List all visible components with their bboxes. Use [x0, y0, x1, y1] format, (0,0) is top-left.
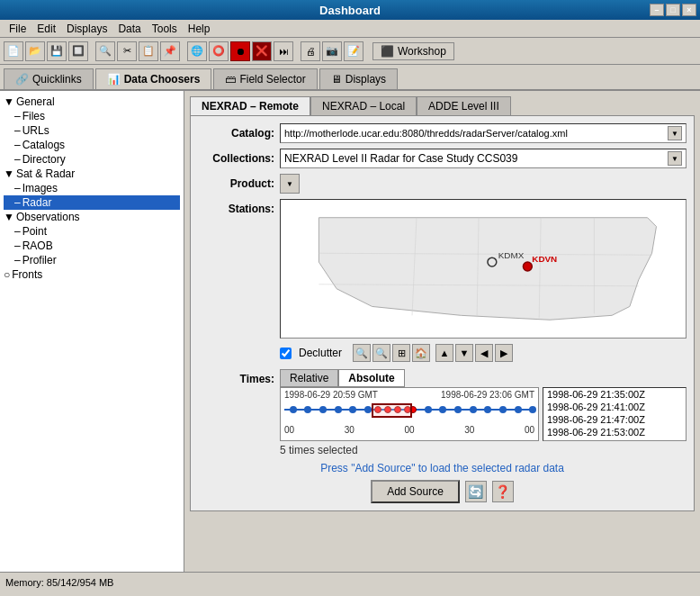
sidebar-item-point[interactable]: – Point [4, 224, 180, 239]
sidebar-item-raob[interactable]: – RAOB [4, 239, 180, 253]
help-button[interactable]: ❓ [492, 481, 514, 502]
tb-open-button[interactable]: 📂 [25, 41, 45, 61]
zoom-in-button[interactable]: 🔍 [353, 344, 371, 362]
sidebar-item-files[interactable]: – Files [4, 109, 180, 123]
catalog-dropdown-arrow[interactable]: ▼ [668, 126, 682, 140]
sidebar-item-radar[interactable]: – Radar [4, 195, 180, 210]
content-area: NEXRAD – Remote NEXRAD – Local ADDE Leve… [184, 91, 700, 572]
inner-tabbar: NEXRAD – Remote NEXRAD – Local ADDE Leve… [190, 96, 695, 115]
minimize-button[interactable]: – [650, 4, 664, 16]
tb-capture-button[interactable]: 📷 [322, 41, 342, 61]
tab-absolute[interactable]: Absolute [338, 369, 404, 387]
data-choosers-icon: 📊 [107, 73, 121, 86]
catalog-value: http://motherlode.ucar.edu:8080/thredds/… [284, 128, 568, 139]
home-button[interactable]: 🏠 [412, 344, 430, 362]
list-item[interactable]: 1998-06-29 21:47:00Z [543, 413, 686, 426]
collections-combobox[interactable]: NEXRAD Level II Radar for Case Study CCS… [280, 149, 687, 168]
tab-relative[interactable]: Relative [280, 369, 338, 387]
collections-row: Collections: NEXRAD Level II Radar for C… [198, 149, 687, 168]
workshop-button[interactable]: ⬛ Workshop [372, 42, 454, 60]
menu-edit[interactable]: Edit [31, 22, 61, 36]
tb-btn7[interactable]: 📋 [139, 41, 158, 61]
times-tabbar: Relative Absolute [280, 369, 687, 387]
sidebar-item-sat-radar[interactable]: ▼ Sat & Radar [4, 167, 180, 181]
collections-label: Collections: [198, 152, 274, 165]
leaf-icon: – [14, 153, 21, 166]
tb-new-button[interactable]: 📄 [4, 41, 23, 61]
leaf-icon: – [14, 239, 21, 252]
us-map-svg: KDMX KDVN [281, 200, 686, 338]
list-item[interactable]: 1998-06-29 21:53:00Z [543, 426, 686, 438]
up-button[interactable]: ▲ [435, 344, 453, 362]
menu-tools[interactable]: Tools [147, 22, 183, 36]
displays-icon: 🖥 [331, 73, 342, 86]
stations-row: Stations: [198, 199, 687, 339]
list-item[interactable]: 1998-06-29 21:41:00Z [543, 401, 686, 413]
leaf-icon: – [14, 254, 21, 266]
zoom-out-button[interactable]: 🔍 [372, 344, 390, 362]
menu-help[interactable]: Help [183, 22, 216, 36]
tb-btn6[interactable]: ✂ [117, 41, 137, 61]
window-controls[interactable]: – □ × [650, 4, 696, 16]
sidebar-item-observations[interactable]: ▼ Observations [4, 210, 180, 224]
window-title: Dashboard [319, 4, 381, 17]
workshop-icon: ⬛ [381, 45, 394, 58]
left-button[interactable]: ◀ [475, 344, 493, 362]
close-button[interactable]: × [682, 4, 696, 16]
sidebar-item-directory[interactable]: – Directory [4, 152, 180, 167]
time-range-labels: 1998-06-29 20:59 GMT 1998-06-29 23:06 GM… [281, 388, 538, 402]
sidebar-item-urls[interactable]: – URLs [4, 123, 180, 138]
axis-label-0: 00 [284, 425, 294, 435]
add-source-controls: Add Source 🔄 ❓ [198, 480, 687, 503]
timeline-container[interactable]: 1998-06-29 20:59 GMT 1998-06-29 23:06 GM… [280, 387, 539, 441]
maximize-button[interactable]: □ [666, 4, 680, 16]
catalog-combobox[interactable]: http://motherlode.ucar.edu:8080/thredds/… [280, 123, 687, 143]
down-button[interactable]: ▼ [455, 344, 473, 362]
tab-nexrad-remote[interactable]: NEXRAD – Remote [190, 96, 310, 115]
declutter-label: Declutter [299, 347, 342, 359]
tb-script-button[interactable]: 📝 [344, 41, 363, 61]
statusbar: Memory: 85/142/954 MB [0, 572, 700, 591]
sidebar-item-catalogs[interactable]: – Catalogs [4, 138, 180, 152]
list-item[interactable]: 1998-06-29 21:35:00Z [543, 388, 686, 401]
tb-btn13[interactable]: ⏭ [274, 41, 293, 61]
toolbar: 📄 📂 💾 🔲 🔍 ✂ 📋 📌 🌐 ⭕ ⏺ ❌ ⏭ 🖨 📷 📝 ⬛ Worksh… [0, 38, 700, 65]
tab-quicklinks[interactable]: 🔗 Quicklinks [4, 68, 94, 89]
sidebar-item-images[interactable]: – Images [4, 181, 180, 195]
tab-data-choosers[interactable]: 📊 Data Choosers [95, 68, 212, 89]
menu-data[interactable]: Data [112, 22, 146, 36]
tab-adde-level3[interactable]: ADDE Level III [417, 96, 511, 115]
refresh-button[interactable]: 🔄 [465, 481, 487, 502]
times-label: Times: [198, 369, 274, 385]
add-source-button[interactable]: Add Source [371, 480, 460, 503]
sidebar-item-general[interactable]: ▼ General [4, 95, 180, 109]
tab-nexrad-local[interactable]: NEXRAD – Local [310, 96, 417, 115]
menubar: File Edit Displays Data Tools Help [0, 20, 700, 38]
expand-icon: ▼ [4, 95, 14, 108]
tb-save-button[interactable]: 💾 [47, 41, 67, 61]
tb-btn10[interactable]: ⭕ [209, 41, 229, 61]
tab-field-selector[interactable]: 🗃 Field Selector [213, 68, 317, 89]
times-selected-msg: 5 times selected [280, 444, 539, 456]
zoom-fit-button[interactable]: ⊞ [392, 344, 410, 362]
declutter-checkbox[interactable] [280, 348, 292, 359]
quicklinks-icon: 🔗 [15, 73, 29, 86]
tb-btn9[interactable]: 🌐 [187, 41, 207, 61]
product-dropdown-arrow[interactable]: ▼ [280, 174, 300, 194]
collections-dropdown-arrow[interactable]: ▼ [668, 151, 682, 166]
sidebar-item-profiler[interactable]: – Profiler [4, 253, 180, 267]
tb-btn5[interactable]: 🔍 [95, 41, 115, 61]
menu-displays[interactable]: Displays [61, 22, 112, 36]
tb-print-button[interactable]: 🖨 [301, 41, 320, 61]
tb-btn11[interactable]: ⏺ [230, 41, 250, 61]
time-list[interactable]: 1998-06-29 21:35:00Z 1998-06-29 21:41:00… [543, 387, 687, 441]
tab-displays[interactable]: 🖥 Displays [319, 68, 398, 89]
collections-control: NEXRAD Level II Radar for Case Study CCS… [280, 149, 687, 168]
add-source-msg: Press "Add Source" to load the selected … [198, 462, 687, 474]
sidebar-item-fronts[interactable]: ○ Fronts [4, 267, 180, 282]
menu-file[interactable]: File [4, 22, 31, 36]
right-button[interactable]: ▶ [495, 344, 513, 362]
tb-btn12[interactable]: ❌ [252, 41, 272, 61]
tb-btn4[interactable]: 🔲 [68, 41, 88, 61]
tb-btn8[interactable]: 📌 [160, 41, 180, 61]
